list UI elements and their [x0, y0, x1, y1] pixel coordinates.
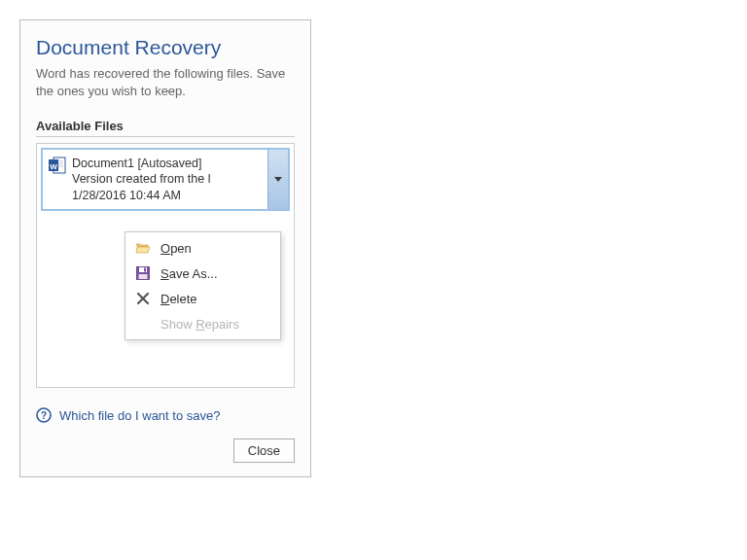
- file-version-line: Version created from the l: [72, 171, 210, 187]
- menu-save-as[interactable]: Save As...: [127, 261, 278, 286]
- recovered-file-item[interactable]: W Document1 [Autosaved] Version created …: [41, 148, 290, 211]
- menu-open-label: Open: [160, 241, 192, 256]
- help-row: ? Which file do I want to save?: [36, 407, 295, 423]
- word-doc-icon: W: [49, 157, 66, 174]
- menu-show-repairs: Show Repairs: [127, 311, 278, 336]
- blank-icon: [135, 316, 151, 332]
- panel-description: Word has recovered the following files. …: [36, 65, 295, 99]
- svg-rect-9: [144, 268, 146, 272]
- menu-delete-label: Delete: [160, 292, 197, 306]
- panel-title: Document Recovery: [36, 36, 295, 59]
- file-list: W Document1 [Autosaved] Version created …: [36, 143, 295, 388]
- help-link[interactable]: Which file do I want to save?: [59, 408, 220, 423]
- folder-open-icon: [135, 240, 151, 256]
- menu-show-repairs-label: Show Repairs: [160, 317, 239, 332]
- menu-delete[interactable]: Delete: [127, 286, 278, 311]
- file-text-block: Document1 [Autosaved] Version created fr…: [72, 156, 210, 203]
- menu-open[interactable]: Open: [127, 235, 278, 261]
- svg-text:?: ?: [41, 410, 47, 421]
- button-row: Close: [36, 438, 295, 463]
- file-context-menu: Open Save As...: [124, 231, 281, 340]
- available-files-label: Available Files: [36, 119, 295, 137]
- file-name: Document1 [Autosaved]: [72, 156, 210, 171]
- close-button[interactable]: Close: [233, 438, 295, 463]
- delete-icon: [135, 291, 151, 306]
- file-dropdown-button[interactable]: [267, 150, 288, 209]
- svg-rect-10: [139, 274, 148, 279]
- svg-text:W: W: [50, 162, 57, 171]
- document-recovery-panel: Document Recovery Word has recovered the…: [19, 19, 311, 477]
- save-icon: [135, 265, 151, 281]
- file-timestamp: 1/28/2016 10:44 AM: [72, 188, 210, 203]
- help-icon: ?: [36, 407, 52, 423]
- menu-save-as-label: Save As...: [160, 266, 218, 281]
